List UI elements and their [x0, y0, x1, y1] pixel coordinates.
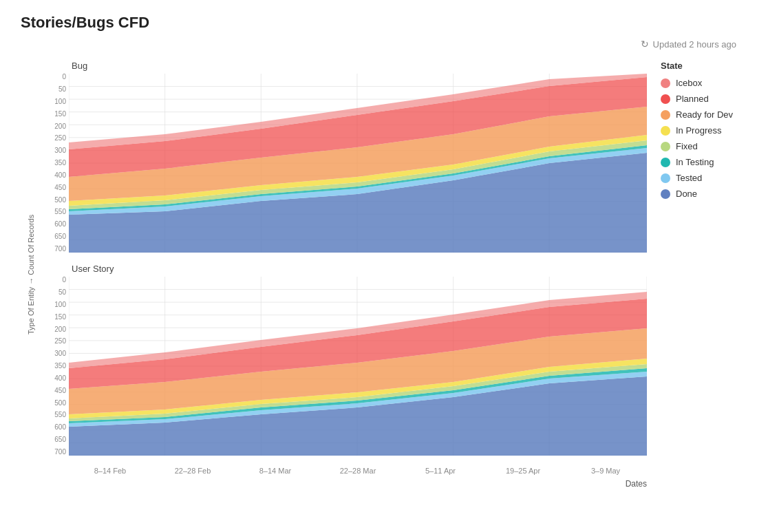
userstory-chart-svg [69, 277, 647, 456]
bug-y-ticks: 700 650 600 550 500 450 400 350 300 250 … [44, 74, 69, 253]
userstory-chart-title: User Story [72, 264, 647, 274]
updated-text: Updated 2 hours ago [653, 39, 736, 50]
x-tick-3: 22–28 Mar [317, 467, 399, 475]
fixed-label: Fixed [676, 141, 698, 151]
tested-dot [661, 173, 670, 183]
bug-chart-title: Bug [72, 61, 647, 71]
bug-chart-row: Bug 700 650 600 550 500 450 400 350 300 … [44, 61, 647, 253]
userstory-chart-row: User Story 700 650 600 550 500 450 400 3… [44, 264, 647, 456]
bug-chart-svg [69, 74, 647, 253]
legend-in-progress: In Progress [661, 125, 736, 136]
page-title: Stories/Bugs CFD [21, 14, 736, 32]
planned-label: Planned [676, 94, 709, 104]
ready-for-dev-dot [661, 110, 670, 120]
legend-tested: Tested [661, 173, 736, 183]
in-testing-label: In Testing [676, 157, 714, 167]
legend-done: Done [661, 189, 736, 199]
refresh-icon: ↻ [641, 39, 649, 50]
legend-fixed: Fixed [661, 141, 736, 151]
planned-dot [661, 94, 670, 104]
done-label: Done [676, 189, 697, 199]
in-progress-dot [661, 126, 670, 136]
x-tick-6: 3–9 May [564, 467, 647, 475]
x-tick-4: 5–11 Apr [399, 467, 482, 475]
x-axis-ticks: 8–14 Feb 22–28 Feb 8–14 Mar 22–28 Mar 5–… [69, 467, 647, 475]
x-tick-5: 19–25 Apr [482, 467, 564, 475]
legend: State Icebox Planned Ready for Dev In Pr… [647, 61, 736, 489]
icebox-label: Icebox [676, 78, 702, 88]
x-axis-label: Dates [44, 479, 647, 489]
tested-label: Tested [676, 173, 702, 183]
x-tick-1: 22–28 Feb [151, 467, 234, 475]
in-testing-dot [661, 158, 670, 167]
in-progress-label: In Progress [676, 125, 721, 136]
fixed-dot [661, 142, 670, 151]
icebox-dot [661, 78, 670, 88]
legend-icebox: Icebox [661, 78, 736, 88]
ready-for-dev-label: Ready for Dev [676, 109, 733, 120]
y-axis-label: Type Of Entity → Count Of Records [21, 61, 41, 489]
legend-planned: Planned [661, 94, 736, 104]
x-tick-0: 8–14 Feb [69, 467, 151, 475]
legend-ready-for-dev: Ready for Dev [661, 109, 736, 120]
legend-in-testing: In Testing [661, 157, 736, 167]
x-tick-2: 8–14 Mar [234, 467, 317, 475]
userstory-y-ticks: 700 650 600 550 500 450 400 350 300 250 … [44, 277, 69, 456]
done-dot [661, 189, 670, 199]
legend-title: State [661, 61, 736, 71]
